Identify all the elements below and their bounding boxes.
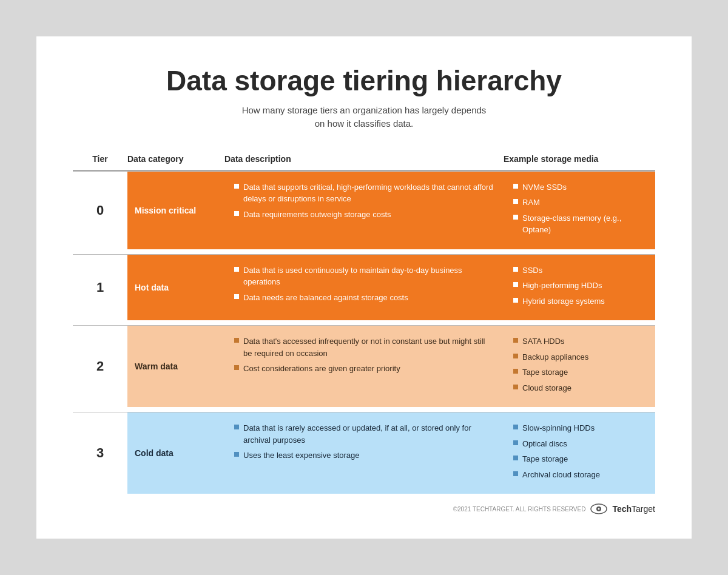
tier-desc-3: Data that is rarely accessed or updated,… — [224, 412, 504, 494]
tier-media-0: NVMe SSDsRAMStorage-class memory (e.g., … — [504, 172, 655, 249]
bullet-square-icon — [234, 294, 239, 299]
desc-bullet-item: Data needs are balanced against storage … — [234, 292, 494, 304]
bullet-square-icon — [513, 440, 518, 445]
media-bullet-item: Backup appliances — [513, 351, 645, 363]
tier-media-3: Slow-spinning HDDsOptical discsTape stor… — [504, 412, 655, 494]
bullet-square-icon — [513, 385, 518, 389]
bullet-square-icon — [513, 215, 518, 220]
table-row-2: 2Warm dataData that's accessed infrequen… — [73, 325, 655, 407]
desc-bullet-item: Data that is rarely accessed or updated,… — [234, 422, 494, 446]
eye-icon — [590, 503, 607, 514]
table-row-1: 1Hot dataData that is used continuously … — [73, 254, 655, 321]
tier-category-0: Mission critical — [127, 172, 224, 249]
brand-logo: TechTarget — [612, 504, 655, 514]
media-bullet-item: Archival cloud storage — [513, 469, 645, 481]
bullet-square-icon — [513, 354, 518, 358]
desc-bullet-item: Data that's accessed infrequently or not… — [234, 335, 494, 359]
page-subtitle: How many storage tiers an organization h… — [73, 104, 655, 131]
desc-bullet-item: Data that supports critical, high-perfor… — [234, 181, 494, 205]
bullet-square-icon — [513, 369, 518, 374]
table: Tier Data category Data description Exam… — [73, 150, 655, 494]
tier-desc-1: Data that is used continuously to mainta… — [224, 255, 504, 321]
tier-desc-2: Data that's accessed infrequently or not… — [224, 326, 504, 407]
col-storage: Example storage media — [504, 154, 655, 164]
bullet-square-icon — [513, 267, 518, 272]
desc-bullet-item: Uses the least expensive storage — [234, 449, 494, 462]
bullet-square-icon — [513, 282, 518, 287]
tier-media-2: SATA HDDsBackup appliancesTape storageCl… — [504, 326, 655, 407]
copyright-text: ©2021 TECHTARGET. ALL RIGHTS RESERVED — [453, 506, 586, 513]
bullet-square-icon — [513, 471, 518, 476]
media-bullet-item: Tape storage — [513, 366, 645, 378]
media-bullet-item: Storage-class memory (e.g., Optane) — [513, 212, 645, 236]
tier-category-1: Hot data — [127, 255, 224, 321]
media-bullet-item: RAM — [513, 197, 645, 209]
bullet-square-icon — [513, 338, 518, 343]
tier-num-1: 1 — [73, 255, 127, 321]
table-header: Tier Data category Data description Exam… — [73, 150, 655, 171]
col-category: Data category — [127, 154, 224, 164]
svg-point-2 — [598, 508, 600, 510]
tier-num-2: 2 — [73, 326, 127, 407]
tier-category-2: Warm data — [127, 326, 224, 407]
media-bullet-item: Optical discs — [513, 438, 645, 450]
tier-num-3: 3 — [73, 412, 127, 494]
bullet-square-icon — [234, 267, 239, 272]
bullet-square-icon — [234, 452, 239, 457]
desc-bullet-item: Cost considerations are given greater pr… — [234, 363, 494, 375]
bullet-square-icon — [513, 184, 518, 189]
table-row-0: 0Mission criticalData that supports crit… — [73, 171, 655, 249]
bullet-square-icon — [234, 365, 239, 370]
tier-desc-0: Data that supports critical, high-perfor… — [224, 172, 504, 249]
tier-media-1: SSDsHigh-performing HDDsHybrid storage s… — [504, 255, 655, 321]
media-bullet-item: Hybrid storage systems — [513, 295, 645, 308]
bullet-square-icon — [513, 298, 518, 303]
bullet-square-icon — [513, 199, 518, 204]
main-card: Data storage tiering hierarchy How many … — [36, 36, 692, 539]
media-bullet-item: Cloud storage — [513, 382, 645, 394]
page-title: Data storage tiering hierarchy — [73, 66, 655, 96]
bullet-square-icon — [234, 211, 239, 216]
table-row-3: 3Cold dataData that is rarely accessed o… — [73, 412, 655, 494]
tier-category-3: Cold data — [127, 412, 224, 494]
media-bullet-item: SATA HDDs — [513, 335, 645, 348]
bullet-square-icon — [234, 338, 239, 343]
col-tier: Tier — [73, 154, 127, 164]
bullet-square-icon — [234, 425, 239, 429]
media-bullet-item: Slow-spinning HDDs — [513, 422, 645, 434]
bullet-square-icon — [513, 456, 518, 460]
desc-bullet-item: Data that is used continuously to mainta… — [234, 264, 494, 288]
media-bullet-item: Tape storage — [513, 453, 645, 465]
desc-bullet-item: Data requirements outweigh storage costs — [234, 209, 494, 221]
tier-num-0: 0 — [73, 172, 127, 249]
bullet-square-icon — [513, 425, 518, 429]
media-bullet-item: NVMe SSDs — [513, 181, 645, 193]
media-bullet-item: High-performing HDDs — [513, 280, 645, 292]
bullet-square-icon — [234, 184, 239, 189]
footer: ©2021 TECHTARGET. ALL RIGHTS RESERVED Te… — [73, 503, 655, 514]
table-body: 0Mission criticalData that supports crit… — [73, 171, 655, 494]
col-description: Data description — [224, 154, 504, 164]
media-bullet-item: SSDs — [513, 264, 645, 277]
